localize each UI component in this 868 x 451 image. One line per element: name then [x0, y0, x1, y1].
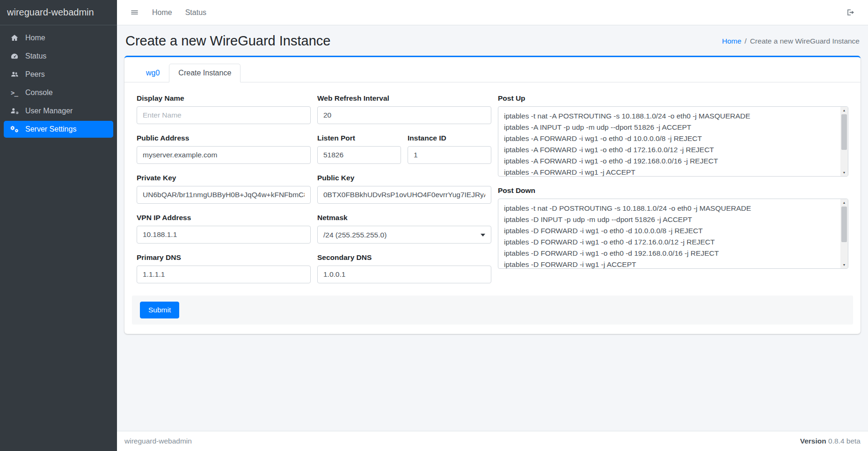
gears-icon	[9, 125, 20, 133]
netmask-select[interactable]: /24 (255.255.255.0)	[317, 226, 491, 244]
sidebar-brand[interactable]: wireguard-webadmin	[0, 0, 117, 25]
sidebar-item-console[interactable]: >_ Console	[4, 84, 113, 101]
sign-out-icon	[846, 8, 855, 17]
post-down-wrap: iptables -t nat -D POSTROUTING -s 10.188…	[498, 199, 848, 269]
instance-id-label: Instance ID	[408, 134, 491, 142]
form-column-1: Display Name Public Address Private Key	[137, 94, 311, 293]
sidebar-item-user-manager[interactable]: User Manager	[4, 103, 113, 119]
tab-create-instance[interactable]: Create Instance	[169, 64, 241, 82]
tab-wg0[interactable]: wg0	[137, 64, 169, 82]
vpn-ip-label: VPN IP Address	[137, 214, 311, 222]
create-instance-card: wg0 Create Instance Display Name Public	[124, 56, 861, 334]
post-down-scrollbar[interactable]: ▲ ▼	[840, 199, 848, 268]
users-icon	[9, 70, 20, 79]
scroll-down-icon[interactable]: ▼	[840, 261, 848, 268]
port-id-row: Listen Port Instance ID	[317, 134, 491, 174]
netmask-select-wrap: /24 (255.255.255.0)	[317, 226, 491, 244]
public-address-input[interactable]	[137, 146, 311, 164]
breadcrumb-home-link[interactable]: Home	[722, 37, 741, 45]
main-footer: wireguard-webadmin Version 0.8.4 beta	[117, 431, 868, 451]
field-web-refresh-interval: Web Refresh Interval	[317, 94, 491, 124]
submit-strip: Submit	[132, 296, 853, 325]
footer-version: Version 0.8.4 beta	[800, 437, 861, 445]
breadcrumb-current: Create a new WireGuard Instance	[750, 37, 860, 45]
secondary-dns-label: Secondary DNS	[317, 253, 491, 262]
field-primary-dns: Primary DNS	[137, 253, 311, 283]
logout-button[interactable]	[840, 4, 861, 21]
netmask-label: Netmask	[317, 214, 491, 222]
field-display-name: Display Name	[137, 94, 311, 124]
sidebar-item-home[interactable]: Home	[4, 30, 113, 46]
post-up-wrap: iptables -t nat -A POSTROUTING -s 10.188…	[498, 106, 848, 177]
scrollbar-thumb[interactable]	[841, 207, 847, 242]
field-public-address: Public Address	[137, 134, 311, 164]
app: wireguard-webadmin Home Status Peers	[0, 0, 868, 451]
sidebar: wireguard-webadmin Home Status Peers	[0, 0, 117, 451]
field-public-key: Public Key	[317, 174, 491, 204]
public-key-label: Public Key	[317, 174, 491, 182]
scroll-down-icon[interactable]: ▼	[840, 169, 848, 176]
field-post-down: Post Down iptables -t nat -D POSTROUTING…	[498, 186, 848, 269]
primary-dns-input[interactable]	[137, 266, 311, 283]
sidebar-item-label: Peers	[25, 70, 45, 79]
sidebar-toggle-button[interactable]	[124, 4, 145, 21]
breadcrumb-separator: /	[744, 37, 746, 45]
top-navbar: Home Status	[117, 0, 868, 25]
sidebar-nav: Home Status Peers >_ Console	[0, 25, 117, 143]
web-refresh-interval-input[interactable]	[317, 106, 491, 124]
instance-form: Display Name Public Address Private Key	[137, 94, 848, 293]
terminal-icon: >_	[9, 89, 20, 96]
main-area: Home Status Create a new WireGuard Insta…	[117, 0, 868, 451]
instance-id-input[interactable]	[408, 146, 491, 164]
footer-brand: wireguard-webadmin	[124, 437, 192, 445]
sidebar-item-label: Status	[25, 52, 46, 60]
breadcrumb: Home / Create a new WireGuard Instance	[722, 37, 860, 45]
field-netmask: Netmask /24 (255.255.255.0)	[317, 214, 491, 244]
post-up-label: Post Up	[498, 94, 848, 103]
sidebar-item-label: Home	[25, 34, 45, 42]
user-gear-icon	[9, 107, 20, 115]
field-instance-id: Instance ID	[408, 134, 491, 164]
scrollbar-thumb[interactable]	[841, 114, 847, 150]
sidebar-item-server-settings[interactable]: Server Settings	[4, 121, 113, 138]
home-icon	[9, 34, 20, 42]
form-column-2: Web Refresh Interval Listen Port Instanc…	[317, 94, 491, 293]
navbar-link-status[interactable]: Status	[180, 5, 212, 21]
tachometer-icon	[9, 52, 20, 60]
field-secondary-dns: Secondary DNS	[317, 253, 491, 283]
post-down-textarea[interactable]: iptables -t nat -D POSTROUTING -s 10.188…	[498, 199, 848, 269]
public-key-input[interactable]	[317, 186, 491, 204]
post-up-textarea[interactable]: iptables -t nat -A POSTROUTING -s 10.188…	[498, 106, 848, 177]
primary-dns-label: Primary DNS	[137, 253, 311, 262]
vpn-ip-input[interactable]	[137, 226, 311, 244]
scroll-up-icon[interactable]: ▲	[840, 199, 848, 206]
post-up-scrollbar[interactable]: ▲ ▼	[840, 107, 848, 176]
post-down-label: Post Down	[498, 186, 848, 195]
field-private-key: Private Key	[137, 174, 311, 204]
field-vpn-ip: VPN IP Address	[137, 214, 311, 244]
hamburger-icon	[130, 8, 139, 17]
sidebar-item-label: Server Settings	[25, 125, 76, 133]
submit-button[interactable]: Submit	[140, 302, 179, 318]
navbar-link-home[interactable]: Home	[146, 5, 178, 21]
content: Create a new WireGuard Instance Home / C…	[117, 25, 868, 431]
private-key-label: Private Key	[137, 174, 311, 182]
sidebar-item-peers[interactable]: Peers	[4, 66, 113, 83]
field-post-up: Post Up iptables -t nat -A POSTROUTING -…	[498, 94, 848, 177]
content-header: Create a new WireGuard Instance Home / C…	[117, 25, 868, 55]
card-tabs: wg0 Create Instance	[124, 57, 861, 82]
field-listen-port: Listen Port	[317, 134, 401, 164]
display-name-label: Display Name	[137, 94, 311, 103]
scroll-up-icon[interactable]: ▲	[840, 107, 848, 114]
private-key-input[interactable]	[137, 186, 311, 204]
footer-version-value: 0.8.4 beta	[828, 437, 861, 445]
secondary-dns-input[interactable]	[317, 266, 491, 283]
web-refresh-interval-label: Web Refresh Interval	[317, 94, 491, 103]
display-name-input[interactable]	[137, 106, 311, 124]
public-address-label: Public Address	[137, 134, 311, 142]
footer-version-label: Version	[800, 437, 826, 445]
scrollbar-track[interactable]	[840, 206, 848, 261]
scrollbar-track[interactable]	[840, 114, 848, 169]
listen-port-input[interactable]	[317, 146, 401, 164]
sidebar-item-status[interactable]: Status	[4, 48, 113, 65]
